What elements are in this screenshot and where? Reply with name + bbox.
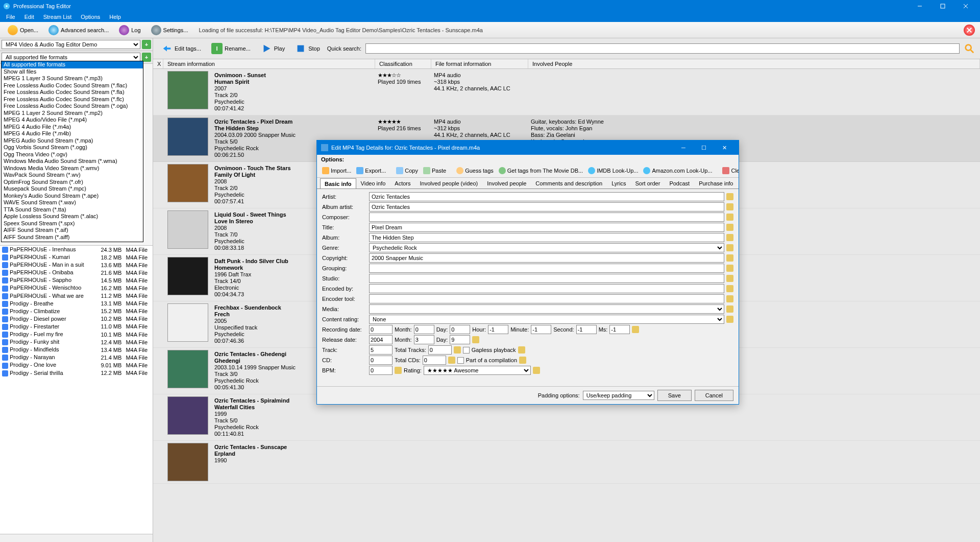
filter-option[interactable]: Speex Sound Stream (*.spx)	[2, 220, 143, 227]
rename-button[interactable]: IRename...	[208, 41, 254, 56]
genre-select[interactable]: Psychedelic Rock	[369, 243, 724, 252]
lock-icon[interactable]	[726, 224, 733, 231]
rec-hour[interactable]	[488, 325, 508, 334]
encoder-tool-input[interactable]	[369, 294, 724, 303]
rating-select[interactable]: ★★★★★ Awesome	[424, 366, 531, 375]
studio-input[interactable]	[369, 274, 724, 283]
advanced-search-button[interactable]: Advanced search...	[44, 23, 113, 37]
col-x[interactable]: X	[153, 59, 163, 68]
dialog-tab[interactable]: Purchase info	[694, 178, 738, 188]
col-class[interactable]: Classification	[375, 59, 431, 68]
imdb-button[interactable]: IMDB Look-Up...	[586, 166, 640, 175]
dialog-close[interactable]: ✕	[714, 143, 734, 153]
close-button[interactable]	[954, 0, 977, 12]
filter-option[interactable]: MPEG 4 Audio File (*.m4a)	[2, 124, 143, 131]
rec-sec[interactable]	[576, 325, 597, 334]
gapless-checkbox[interactable]	[463, 347, 470, 354]
file-row[interactable]: Prodigy - Narayan21.4 MBM4A File	[0, 354, 153, 361]
rec-month[interactable]	[414, 325, 434, 334]
album-artist-input[interactable]	[369, 202, 724, 211]
h-scrollbar[interactable]	[0, 534, 153, 542]
settings-button[interactable]: Settings...	[146, 23, 193, 37]
grouping-input[interactable]	[369, 264, 724, 273]
dialog-tab[interactable]: Cover art	[738, 178, 739, 188]
search-go-icon[interactable]	[964, 43, 975, 54]
copyright-input[interactable]	[369, 253, 724, 263]
filter-option[interactable]: Free Lossless Audio Codec Sound Stream (…	[2, 89, 143, 96]
menu-stream-list[interactable]: Stream List	[39, 13, 76, 21]
rel-day[interactable]	[450, 335, 470, 344]
lock-icon[interactable]	[726, 234, 733, 241]
lock-icon[interactable]	[533, 367, 540, 374]
lock-icon[interactable]	[726, 305, 733, 313]
lock-icon[interactable]	[726, 214, 733, 221]
rec-min[interactable]	[531, 325, 551, 334]
add-folder-button[interactable]: +	[142, 40, 151, 49]
lock-icon[interactable]	[726, 265, 733, 272]
menu-file[interactable]: File	[2, 13, 19, 21]
rec-ms[interactable]	[609, 325, 630, 334]
file-row[interactable]: PaPERHOUsE - Irrenhaus24.3 MBM4A File	[0, 246, 153, 253]
filter-option[interactable]: MPEG 4 Audio/Video File (*.mp4)	[2, 116, 143, 124]
file-row[interactable]: Prodigy - Firestarter11.0 MBM4A File	[0, 323, 153, 331]
dialog-titlebar[interactable]: Edit MP4 Tag Details for: Ozric Tentacle…	[317, 140, 739, 155]
file-row[interactable]: Prodigy - Funky shit12.4 MBM4A File	[0, 338, 153, 346]
filter-option[interactable]: Apple Lossless Sound Stream (*.alac)	[2, 213, 143, 220]
clear-button[interactable]: Clear all fields	[720, 166, 739, 175]
dialog-tab[interactable]: Comments and description	[531, 178, 607, 188]
filter-option[interactable]: Compressed AIFF Sound Stream (*.aifc)	[2, 241, 143, 242]
lock-icon[interactable]	[726, 254, 733, 262]
filter-option[interactable]: OptimFrog Sound Stream (*.ofr)	[2, 179, 143, 186]
lock-icon[interactable]	[726, 193, 733, 200]
filter-option[interactable]: Free Lossless Audio Codec Sound Stream (…	[2, 96, 143, 103]
file-list[interactable]: PaPERHOUsE - Irrenhaus24.3 MBM4A FilePaP…	[0, 245, 153, 534]
copy-button[interactable]: Copy	[394, 166, 420, 175]
lock-icon[interactable]	[726, 203, 733, 210]
file-row[interactable]: Prodigy - Mindfields13.4 MBM4A File	[0, 346, 153, 354]
open-button[interactable]: Open...	[3, 23, 43, 37]
file-row[interactable]: Prodigy - One love9.01 MBM4A File	[0, 361, 153, 369]
padding-select[interactable]: Use/keep padding	[583, 391, 654, 400]
save-button[interactable]: Save	[657, 390, 692, 401]
media-select[interactable]	[369, 304, 724, 314]
file-row[interactable]: Prodigy - Diesel power10.2 MBM4A File	[0, 315, 153, 323]
col-stream[interactable]: Stream information	[163, 59, 375, 68]
log-button[interactable]: Log	[114, 23, 145, 37]
filter-option[interactable]: Free Lossless Audio Codec Sound Stream (…	[2, 82, 143, 89]
file-row[interactable]: Prodigy - Breathe13.1 MBM4A File	[0, 300, 153, 308]
file-row[interactable]: PaPERHOUsE - Kumari18.2 MBM4A File	[0, 253, 153, 261]
dialog-tab[interactable]: Basic info	[320, 178, 356, 189]
dialog-tab[interactable]: Sort order	[630, 178, 665, 188]
tmdb-button[interactable]: Get tags from The Movie DB...	[497, 166, 585, 175]
menu-help[interactable]: Help	[105, 13, 125, 21]
lock-icon[interactable]	[519, 357, 526, 364]
rel-month[interactable]	[414, 335, 434, 344]
error-icon[interactable]	[964, 25, 975, 36]
lock-icon[interactable]	[395, 367, 402, 374]
filter-option[interactable]: MPEG Audio Sound Stream (*.mpa)	[2, 137, 143, 145]
lock-icon[interactable]	[472, 336, 479, 343]
file-row[interactable]: Prodigy - Climbatize15.2 MBM4A File	[0, 308, 153, 315]
minimize-button[interactable]	[908, 0, 931, 12]
menu-edit[interactable]: Edit	[20, 13, 38, 21]
lock-icon[interactable]	[726, 285, 733, 292]
folder-combo[interactable]: MP4 Video & Audio Tag Editor Demo	[2, 40, 140, 49]
filter-option[interactable]: Windows Media Video Stream (*.wmv)	[2, 165, 143, 172]
bpm[interactable]	[369, 366, 393, 375]
cancel-button[interactable]: Cancel	[695, 390, 733, 401]
lock-icon[interactable]	[726, 275, 733, 282]
filter-option[interactable]: Musepack Sound Stream (*.mpc)	[2, 185, 143, 193]
track-row[interactable]: Ozric Tentacles - SunscapeErpland1990	[153, 441, 980, 484]
lock-icon[interactable]	[726, 295, 733, 302]
stop-button[interactable]: Stop	[292, 41, 323, 56]
filter-option[interactable]: MPEG 1 Layer 3 Sound Stream (*.mp3)	[2, 75, 143, 82]
dialog-tab[interactable]: Involved people (video)	[415, 178, 483, 188]
filter-option[interactable]: Windows Media Audio Sound Stream (*.wma)	[2, 158, 143, 165]
dialog-minimize[interactable]: ─	[673, 143, 694, 153]
filter-option[interactable]: Monkey's Audio Sound Stream (*.ape)	[2, 193, 143, 200]
filter-dropdown[interactable]: All supported file formatsShow all files…	[1, 61, 143, 242]
title-input[interactable]	[369, 223, 724, 232]
filter-option[interactable]: AIFF Sound Stream (*.aif)	[2, 227, 143, 234]
dialog-tab[interactable]: Lyrics	[607, 178, 630, 188]
filter-option[interactable]: MPEG 4 Audio File (*.m4b)	[2, 130, 143, 137]
